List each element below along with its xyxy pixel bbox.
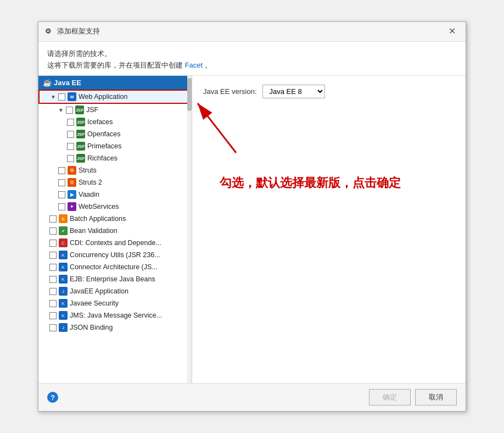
checkbox-struts[interactable] xyxy=(58,167,65,174)
content-area: ☕ Java EE ▼ W Web Application ▼ JSF JSF … xyxy=(38,75,466,383)
icon-cdi: C xyxy=(59,238,68,247)
icon-connector: K xyxy=(59,263,68,271)
scrollbar-track[interactable] xyxy=(187,76,192,383)
checkbox-cdi[interactable] xyxy=(49,240,57,247)
footer-left: ? xyxy=(47,392,58,403)
label-jsf: JSF xyxy=(86,106,98,114)
description-area: 请选择所需的技术。 这将下载所需要的库，并在项目配置中创建 Facet 。 xyxy=(38,42,466,76)
tree-item-icefaces[interactable]: JSF Icefaces xyxy=(38,116,192,128)
label-struts: Struts xyxy=(79,166,97,174)
scrollbar-thumb[interactable] xyxy=(187,78,192,111)
cancel-button[interactable]: 取消 xyxy=(415,389,457,406)
label-ejb: EJB: Enterprise Java Beans xyxy=(70,275,155,283)
tree-item-cdi[interactable]: C CDI: Contexts and Depende... xyxy=(38,237,192,249)
expand-web-app[interactable]: ▼ xyxy=(51,94,56,100)
tree-item-conc[interactable]: K Concurrency Utils (JSR 236... xyxy=(38,249,192,261)
label-jms: JMS: Java Message Service... xyxy=(70,312,162,319)
title-bar-left: ⚙ 添加框架支持 xyxy=(45,26,100,36)
annotation-text: 勾选，默认选择最新版，点击确定 xyxy=(220,175,401,191)
checkbox-icefaces[interactable] xyxy=(67,119,74,126)
icon-javaee: J xyxy=(59,287,68,296)
confirm-button[interactable]: 确定 xyxy=(369,389,411,406)
icon-conc: K xyxy=(59,251,68,259)
icon-struts2: ⚙ xyxy=(68,178,76,187)
version-label: Java EE version: xyxy=(203,87,257,96)
icon-struts: ⚙ xyxy=(68,166,76,175)
svg-line-1 xyxy=(198,103,236,153)
checkbox-conc[interactable] xyxy=(49,252,57,259)
checkbox-vaadin[interactable] xyxy=(58,191,65,198)
icon-webservices: ✦ xyxy=(68,202,76,211)
tree-item-jms[interactable]: K JMS: Java Message Service... xyxy=(38,309,192,321)
help-button[interactable]: ? xyxy=(47,392,58,403)
tree-item-batch[interactable]: B Batch Applications xyxy=(38,213,192,225)
desc-text: 这将下载所需要的库，并在项目配置中创建 xyxy=(47,61,185,69)
tree-item-struts2[interactable]: ⚙ Struts 2 xyxy=(38,176,192,188)
tree-item-javaee[interactable]: J JavaEE Application xyxy=(38,285,192,297)
dialog-title: 添加框架支持 xyxy=(57,26,100,36)
label-richfaces: Richfaces xyxy=(87,154,117,162)
facet-link[interactable]: Facet xyxy=(185,61,203,69)
version-select[interactable]: Java EE 8 Java EE 7 Java EE 6 xyxy=(262,85,325,98)
tree-item-ejb[interactable]: K EJB: Enterprise Java Beans xyxy=(38,273,192,285)
group-label: Java EE xyxy=(54,79,81,87)
tree-item-webservices[interactable]: ✦ WebServices xyxy=(38,201,192,213)
checkbox-batch[interactable] xyxy=(49,215,57,223)
tree-item-vaadin[interactable]: ▶ Vaadin xyxy=(38,188,192,201)
tree-item-connector[interactable]: K Connector Architecture (JS... xyxy=(38,261,192,273)
expand-jsf[interactable]: ▼ xyxy=(58,107,64,113)
tree-item-json[interactable]: J JSON Binding xyxy=(38,321,192,334)
label-conc: Concurrency Utils (JSR 236... xyxy=(70,251,160,259)
group-icon: ☕ xyxy=(43,79,52,87)
label-bean: Bean Validation xyxy=(70,227,117,235)
checkbox-webservices[interactable] xyxy=(58,203,65,210)
checkbox-bean[interactable] xyxy=(49,227,57,235)
label-security: Javaee Security xyxy=(70,299,119,307)
tree-item-richfaces[interactable]: JSF Richfaces xyxy=(38,152,192,164)
checkbox-richfaces[interactable] xyxy=(67,155,74,162)
desc-period: 。 xyxy=(203,61,212,69)
close-button[interactable]: ✕ xyxy=(445,26,459,37)
icon-richfaces: JSF xyxy=(76,154,85,163)
icon-bean: ✔ xyxy=(59,226,68,235)
checkbox-json[interactable] xyxy=(49,324,57,331)
tree-item-openfaces[interactable]: JSF Openfaces xyxy=(38,128,192,140)
tree-item-struts[interactable]: ⚙ Struts xyxy=(38,164,192,176)
checkbox-connector[interactable] xyxy=(49,264,57,271)
footer: ? 确定 取消 xyxy=(38,383,466,411)
checkbox-jms[interactable] xyxy=(49,312,57,319)
tree-group-header: ☕ Java EE xyxy=(38,76,192,90)
icon-jsf: JSF xyxy=(75,106,84,114)
checkbox-struts2[interactable] xyxy=(58,179,65,186)
tree-item-primefaces[interactable]: JSF Primefaces xyxy=(38,140,192,152)
tree-item-web-app[interactable]: ▼ W Web Application xyxy=(38,90,192,104)
right-panel: Java EE version: Java EE 8 Java EE 7 Jav… xyxy=(192,76,466,383)
left-panel: ☕ Java EE ▼ W Web Application ▼ JSF JSF … xyxy=(38,76,192,383)
icon-primefaces: JSF xyxy=(76,142,85,151)
checkbox-primefaces[interactable] xyxy=(67,143,74,150)
checkbox-web-app[interactable] xyxy=(58,93,65,101)
title-bar: ⚙ 添加框架支持 ✕ xyxy=(38,22,466,42)
checkbox-jsf[interactable] xyxy=(66,107,73,114)
label-icefaces: Icefaces xyxy=(87,118,113,126)
tree-item-jsf[interactable]: ▼ JSF JSF xyxy=(38,104,192,116)
label-vaadin: Vaadin xyxy=(79,191,99,198)
label-cdi: CDI: Contexts and Depende... xyxy=(70,239,161,247)
label-json: JSON Binding xyxy=(70,324,113,331)
icon-ejb: K xyxy=(59,275,68,284)
label-struts2: Struts 2 xyxy=(79,179,102,186)
desc-line2: 这将下载所需要的库，并在项目配置中创建 Facet 。 xyxy=(47,60,457,71)
icon-web-app: W xyxy=(68,92,76,101)
tree-item-security[interactable]: K Javaee Security xyxy=(38,297,192,309)
icon-icefaces: JSF xyxy=(76,118,85,126)
desc-line1: 请选择所需的技术。 xyxy=(47,48,457,60)
checkbox-javaee[interactable] xyxy=(49,288,57,295)
checkbox-security[interactable] xyxy=(49,300,57,307)
tree-item-bean[interactable]: ✔ Bean Validation xyxy=(38,225,192,237)
icon-jms: K xyxy=(59,311,68,320)
version-row: Java EE version: Java EE 8 Java EE 7 Jav… xyxy=(203,85,455,98)
checkbox-ejb[interactable] xyxy=(49,276,57,283)
label-connector: Connector Architecture (JS... xyxy=(70,263,158,271)
checkbox-openfaces[interactable] xyxy=(67,131,74,138)
icon-batch: B xyxy=(59,214,68,223)
